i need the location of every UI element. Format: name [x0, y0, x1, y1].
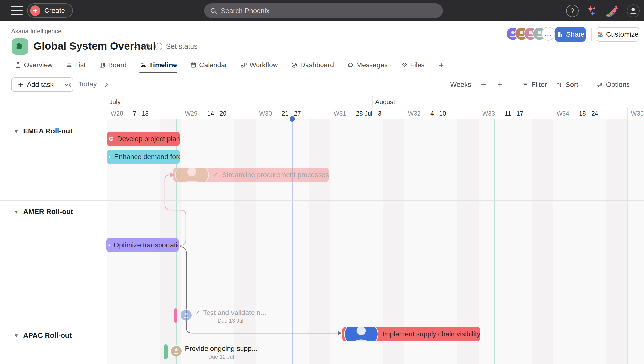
- tab-messages[interactable]: Messages: [347, 57, 388, 73]
- task-name: Test and validate n...: [203, 309, 266, 317]
- hamburger-menu-icon[interactable]: [11, 6, 23, 15]
- task-bar[interactable]: Develop project plan: [107, 132, 180, 146]
- week-header-row: W287 - 13W2914 - 20W3021 - 27W3128 Jul -…: [107, 108, 644, 119]
- collapse-triangle-icon[interactable]: ▾: [15, 332, 18, 339]
- create-button[interactable]: + Create: [27, 4, 73, 18]
- filter-label: Filter: [532, 81, 547, 89]
- chevron-right-icon: [103, 81, 110, 88]
- search-icon: [210, 7, 217, 15]
- sort-button[interactable]: Sort: [556, 81, 578, 89]
- task-stub[interactable]: Provide ongoing supp...Due 12 Jul: [164, 344, 257, 360]
- task-bar[interactable]: Optimize transportatio: [106, 238, 179, 252]
- search-placeholder: Search Phoenix: [221, 7, 270, 15]
- options-button[interactable]: Options: [596, 81, 630, 89]
- tab-calendar[interactable]: Calendar: [190, 57, 227, 73]
- week-range: 14 - 20: [207, 110, 226, 117]
- tab-board[interactable]: Board: [99, 57, 126, 73]
- divider: [591, 28, 592, 41]
- week-number: W29: [185, 110, 198, 117]
- prev-period-button[interactable]: [64, 77, 76, 92]
- collapse-triangle-icon[interactable]: ▾: [15, 128, 18, 135]
- month-header-row: JulyAugust: [107, 96, 644, 108]
- building-icon: [556, 31, 563, 38]
- today-button[interactable]: Today: [78, 80, 97, 88]
- section-header[interactable]: ▾APAC Roll-out: [15, 331, 72, 340]
- task-bar[interactable]: Implement supply chain visibility: [342, 327, 480, 341]
- minus-icon: [480, 81, 488, 88]
- week-range: 21 - 27: [282, 110, 301, 117]
- tab-label: Overview: [24, 61, 53, 69]
- section-header[interactable]: ▾EMEA Roll-out: [15, 127, 72, 135]
- section-divider: [0, 200, 644, 201]
- weekend-shading: [606, 119, 627, 364]
- tab-label: Board: [108, 61, 126, 69]
- tab-timeline[interactable]: Timeline: [140, 57, 177, 73]
- section-header[interactable]: ▾AMER Roll-out: [15, 208, 73, 216]
- timeline-toolbar: Add task Today Weeks Filter Sort Opt: [0, 73, 644, 96]
- tab-workflow[interactable]: Workflow: [240, 57, 278, 73]
- star-icon[interactable]: [143, 42, 152, 51]
- week-range: 7 - 13: [133, 110, 149, 117]
- customize-button[interactable]: Customize: [597, 27, 639, 42]
- section-name: APAC Roll-out: [23, 331, 72, 340]
- collapse-triangle-icon[interactable]: ▾: [15, 208, 18, 215]
- next-period-button[interactable]: [100, 77, 112, 92]
- view-tabs: OverviewListBoardTimelineCalendarWorkflo…: [15, 57, 444, 73]
- tab-list[interactable]: List: [66, 57, 86, 73]
- share-button[interactable]: Share: [555, 27, 586, 42]
- user-avatar[interactable]: [627, 5, 640, 17]
- options-label: Options: [606, 81, 630, 89]
- tab-dashboard[interactable]: Dashboard: [291, 57, 334, 73]
- week-column: [256, 119, 330, 364]
- task-bar[interactable]: ✓Streamline procurement processes: [173, 168, 329, 182]
- task-due-date: Due 12 Jul: [208, 354, 234, 360]
- week-number: W32: [408, 110, 420, 117]
- set-status-button[interactable]: Set status: [155, 42, 198, 51]
- week-header: W35: [627, 108, 644, 119]
- plus-icon: [18, 82, 24, 88]
- week-range: 11 - 17: [505, 110, 523, 117]
- avatar: [108, 244, 110, 246]
- zoom-in-button[interactable]: [496, 81, 504, 88]
- tab-add[interactable]: [438, 57, 444, 73]
- tab-label: Dashboard: [300, 61, 334, 69]
- add-task-button[interactable]: Add task: [11, 77, 73, 92]
- week-header: W2914 - 20: [181, 108, 256, 119]
- filter-button[interactable]: Filter: [522, 81, 547, 89]
- sparkles-ai-icon[interactable]: [586, 5, 598, 17]
- tab-files[interactable]: Files: [401, 57, 425, 73]
- section-name: EMEA Roll-out: [23, 127, 72, 135]
- month-header: July: [107, 96, 372, 108]
- divider: [587, 78, 588, 91]
- help-button[interactable]: ?: [566, 5, 578, 17]
- green-marker-line: [494, 119, 495, 364]
- chevron-down-icon[interactable]: [132, 44, 139, 51]
- task-name: Implement supply chain visibility: [382, 330, 480, 338]
- tab-label: Workflow: [250, 61, 278, 69]
- avatar: [109, 137, 113, 141]
- task-pill: [174, 308, 178, 323]
- options-icon: [596, 81, 603, 88]
- week-header: W3311 - 17: [478, 108, 553, 119]
- avatar: [170, 345, 182, 357]
- status-circle-icon: [155, 43, 162, 50]
- search-input[interactable]: Search Phoenix: [204, 4, 443, 18]
- topbar: + Create Search Phoenix ?: [0, 0, 644, 22]
- phoenix-icon[interactable]: [605, 4, 620, 18]
- zoom-out-button[interactable]: [480, 81, 488, 88]
- avatar: [180, 309, 192, 321]
- chevron-left-icon: [67, 81, 74, 88]
- breadcrumb[interactable]: Asana Intelligence: [11, 28, 61, 35]
- weekend-shading: [234, 119, 256, 364]
- today-marker: [290, 116, 295, 122]
- task-bar[interactable]: Enhance demand fore: [107, 150, 180, 164]
- today-line: [292, 119, 293, 364]
- task-due-date: Due 13 Jul: [218, 318, 244, 324]
- more-members-button[interactable]: ...: [541, 27, 555, 41]
- week-column: [181, 119, 256, 364]
- tab-overview[interactable]: Overview: [15, 57, 53, 73]
- zoom-level-label[interactable]: Weeks: [450, 81, 471, 89]
- week-number: W28: [110, 110, 123, 117]
- task-stub[interactable]: ✓Test and validate n...Due 13 Jul: [174, 308, 266, 324]
- weekend-shading: [532, 119, 553, 364]
